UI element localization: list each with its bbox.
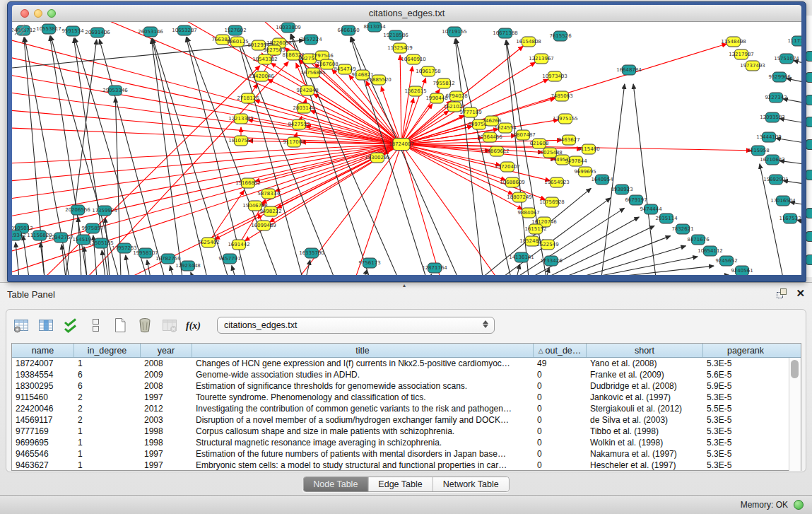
- paper-node-teal[interactable]: 9245652: [715, 256, 737, 266]
- paper-node-teal[interactable]: 1117104: [787, 36, 801, 46]
- paper-node-teal[interactable]: 10719155: [442, 27, 467, 37]
- paper-node-teal[interactable]: 13444139: [756, 132, 782, 142]
- paper-node-teal[interactable]: 9227343: [765, 93, 787, 103]
- paper-node-yellow[interactable]: 16099489: [251, 221, 276, 230]
- column-header-short[interactable]: short: [587, 344, 703, 357]
- paper-node-teal[interactable]: 1167533: [779, 214, 801, 223]
- table-row[interactable]: 1938455462009Genome-wide association stu…: [12, 369, 801, 380]
- new-table-icon[interactable]: [111, 316, 129, 334]
- zoom-window-icon[interactable]: [47, 9, 56, 18]
- paper-node-teal[interactable]: 8471676: [687, 235, 710, 245]
- paper-node-teal[interactable]: 10654112: [698, 246, 723, 256]
- tab-node-table[interactable]: Node Table: [303, 477, 368, 491]
- column-header-name[interactable]: name: [12, 344, 74, 357]
- paper-node-teal[interactable]: 8938923: [611, 185, 632, 194]
- paper-node-yellow[interactable]: 2718126: [237, 93, 259, 103]
- table-scrollbar[interactable]: [789, 358, 801, 471]
- paper-node-yellow[interactable]: 16640910: [401, 54, 426, 64]
- paper-node-yellow[interactable]: 12217987: [729, 49, 754, 59]
- table-row[interactable]: 1872400712008Changes of HCN gene express…: [12, 358, 801, 369]
- paper-node-teal[interactable]: 29053346: [102, 86, 128, 95]
- network-canvas[interactable]: 2405571210553817959153420691406260531461…: [12, 22, 801, 275]
- citation-edge-red[interactable]: [400, 55, 401, 144]
- paper-node-teal[interactable]: 8813054: [363, 22, 386, 32]
- paper-node-teal[interactable]: 7832621: [671, 224, 693, 234]
- table-row[interactable]: 1830029562008Estimation of significance …: [12, 380, 801, 392]
- table-row[interactable]: 911546021997Tourette syndrome. Phenomeno…: [12, 392, 801, 403]
- citation-edge-black[interactable]: [40, 243, 45, 275]
- table-selector-dropdown[interactable]: citations_edges.txt: [217, 317, 495, 334]
- column-header-title[interactable]: title: [192, 344, 534, 357]
- paper-node-yellow[interactable]: 1990448: [425, 93, 447, 103]
- table-row[interactable]: 977716911998Corpus callosum shape and si…: [12, 426, 801, 437]
- paper-node-teal[interactable]: 16210643: [760, 155, 785, 165]
- paper-node-yellow[interactable]: 10688609: [500, 177, 525, 187]
- citation-edge-black[interactable]: [78, 217, 81, 275]
- column-header-in_degree[interactable]: in_degree: [74, 344, 141, 357]
- citation-edge-red[interactable]: [366, 81, 401, 144]
- paper-node-teal[interactable]: 20691406: [85, 28, 110, 37]
- paper-node-teal[interactable]: 9474444: [640, 204, 662, 214]
- float-panel-icon[interactable]: [776, 288, 787, 299]
- paper-node-yellow[interactable]: 621608: [530, 139, 549, 148]
- citation-edge-black[interactable]: [170, 266, 173, 275]
- paper-node-teal[interactable]: 12093582: [760, 112, 785, 122]
- paper-node-teal[interactable]: 17016504: [770, 196, 796, 206]
- memory-ok-indicator[interactable]: [794, 500, 804, 510]
- delete-column-disabled-icon[interactable]: [160, 316, 179, 334]
- citation-edge-black[interactable]: [606, 266, 714, 275]
- column-header-pagerank[interactable]: pagerank: [703, 344, 788, 357]
- resize-grip-icon[interactable]: [12, 22, 26, 36]
- paper-node-yellow[interactable]: 18807249: [507, 192, 532, 202]
- paper-node-teal[interactable]: 16671388: [493, 28, 518, 38]
- paper-node-teal[interactable]: 1527602: [224, 25, 246, 35]
- paper-node-teal[interactable]: 6466160: [337, 25, 359, 35]
- paper-node-yellow[interactable]: 7955812: [433, 78, 454, 88]
- paper-node-yellow[interactable]: 6794028: [445, 91, 467, 101]
- paper-node-teal[interactable]: 1733426: [540, 256, 563, 266]
- paper-node-yellow[interactable]: 11548498: [721, 37, 746, 47]
- citation-edge-black[interactable]: [456, 39, 511, 275]
- paper-node-yellow[interactable]: 10807487: [510, 130, 536, 140]
- paper-node-teal[interactable]: 26053146: [138, 27, 163, 37]
- paper-node-teal[interactable]: 12871764: [422, 263, 447, 273]
- paper-node-teal[interactable]: 15751074: [774, 54, 799, 64]
- paper-node-yellow[interactable]: 16543382: [252, 54, 278, 64]
- paper-node-yellow[interactable]: 10973493: [542, 71, 567, 81]
- column-visibility-icon[interactable]: [37, 316, 55, 334]
- window-titlebar[interactable]: citations_edges.txt: [12, 5, 801, 22]
- function-builder-icon[interactable]: f(x): [185, 316, 204, 334]
- table-row[interactable]: 946554611997Estimation of the future num…: [12, 448, 801, 460]
- paper-node-yellow[interactable]: 9242848: [296, 86, 318, 95]
- citation-edge-red[interactable]: [12, 75, 401, 144]
- paper-node-teal[interactable]: 10553817: [36, 24, 61, 34]
- paper-node-teal[interactable]: 6679197: [625, 195, 647, 205]
- citation-edge-black[interactable]: [151, 39, 182, 275]
- tab-network-table[interactable]: Network Table: [433, 477, 509, 491]
- paper-node-teal[interactable]: 7615526: [549, 31, 572, 41]
- citation-edge-black[interactable]: [191, 272, 193, 275]
- citation-edge-red[interactable]: [12, 110, 401, 144]
- paper-node-teal[interactable]: 16648784: [616, 65, 642, 75]
- paper-node-teal[interactable]: 9591534: [61, 26, 84, 36]
- table-row[interactable]: 946362711997Embryonic stem cells: a mode…: [12, 460, 801, 471]
- column-header-out_de[interactable]: △out_de…: [534, 344, 587, 357]
- paper-node-teal[interactable]: 9240561: [731, 266, 753, 275]
- paper-node-yellow[interactable]: 20364456: [477, 132, 502, 142]
- paper-node-yellow[interactable]: 16961758: [416, 66, 441, 76]
- citation-edge-black[interactable]: [23, 235, 29, 275]
- citation-edge-red[interactable]: [275, 144, 401, 192]
- table-settings-icon[interactable]: [12, 316, 30, 334]
- rows-icon[interactable]: [86, 316, 105, 334]
- paper-node-teal[interactable]: 16033809: [276, 23, 301, 33]
- paper-node-teal[interactable]: 7857224: [300, 35, 322, 45]
- paper-node-yellow[interactable]: 19737493: [740, 61, 765, 71]
- citation-edge-black[interactable]: [126, 255, 129, 275]
- paper-node-yellow[interactable]: 15720407: [495, 162, 520, 172]
- paper-node-yellow[interactable]: 1691442: [228, 240, 249, 250]
- scrollbar-thumb[interactable]: [791, 360, 799, 378]
- citation-edge-black[interactable]: [100, 40, 165, 275]
- paper-node-teal[interactable]: 12923448: [175, 261, 201, 271]
- citation-edge-red[interactable]: [401, 144, 546, 199]
- citation-edge-red[interactable]: [349, 75, 401, 144]
